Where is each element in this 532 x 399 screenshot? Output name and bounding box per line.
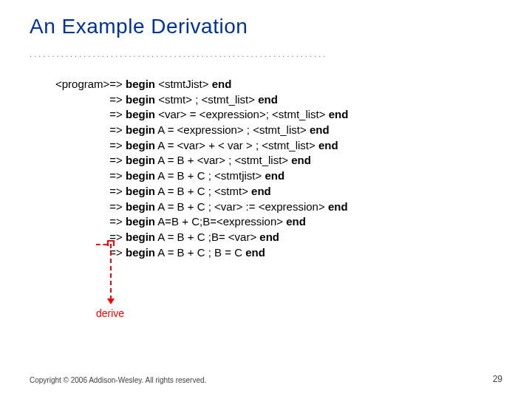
- derive-arrow-tick: [96, 244, 107, 245]
- dotted-divider-dots: . . . . . . . . . . . . . . . . . . . . …: [30, 50, 325, 58]
- derive-arrow-stem: [110, 244, 112, 300]
- derivation-line: <program>=> begin <stmtJist> end: [30, 77, 502, 92]
- derive-label: derive: [96, 307, 124, 319]
- derivation-line: => begin <stmt> ; <stmt_list> end: [30, 92, 502, 108]
- derivation-line: => begin A = B + <var> ; <stmt_list> end: [30, 153, 502, 168]
- derive-arrow-head-icon: [107, 299, 115, 304]
- derivation-line: => begin A = B + C ; <stmt> end: [30, 184, 502, 200]
- derivation-line: => begin A=B + C;B=<expression> end: [30, 214, 502, 230]
- derivation-line: => begin <var> = <expression>; <stmt_lis…: [30, 107, 502, 123]
- derivation-line: => begin A = B + C ;B= <var> end: [30, 230, 502, 245]
- copyright-footer: Copyright © 2006 Addison-Wesley. All rig…: [30, 376, 206, 384]
- page-number: 29: [493, 374, 502, 384]
- derivation-line: => begin A = B + C ; B = C end: [30, 245, 502, 261]
- dotted-divider: . . . . . . . . . . . . . . . . . . . . …: [30, 49, 502, 59]
- derivation-line: => begin A = <expression> ; <stmt_list> …: [30, 123, 502, 138]
- derivation-block: <program>=> begin <stmtJist> end => begi…: [30, 77, 502, 260]
- derivation-line: => begin A = B + C ; <var> := <expressio…: [30, 200, 502, 215]
- derivation-line: => begin A = <var> + < var > ; <stmt_lis…: [30, 138, 502, 154]
- slide-title: An Example Derivation: [30, 15, 502, 38]
- slide-container: An Example Derivation . . . . . . . . . …: [0, 0, 532, 399]
- derivation-line: => begin A = B + C ; <stmtjist> end: [30, 168, 502, 184]
